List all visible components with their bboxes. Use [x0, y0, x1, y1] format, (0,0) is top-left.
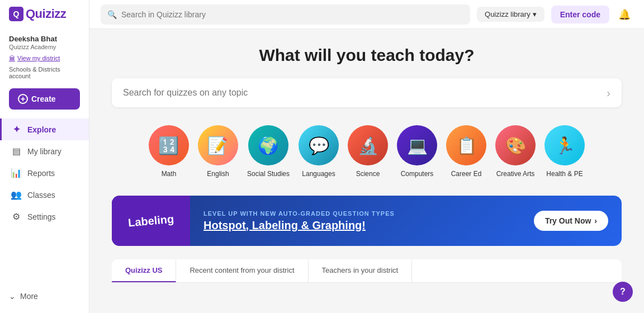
user-org: Quizizz Academy: [9, 44, 80, 50]
sidebar-item-explore[interactable]: ✦ Explore: [0, 118, 89, 140]
banner-cta-label: Try Out Now: [545, 216, 591, 225]
sidebar-item-label: Reports: [27, 169, 55, 178]
user-info: Deeksha Bhat Quizizz Academy: [0, 30, 89, 53]
classes-icon: 👥: [11, 189, 22, 200]
sidebar: Q Quizizz Deeksha Bhat Quizizz Academy 🏛…: [0, 0, 89, 313]
languages-label: Languages: [302, 170, 335, 178]
arrow-right-icon: ›: [594, 216, 597, 225]
banner-title: Hotspot, Labeling & Graphing!: [203, 219, 520, 232]
building-icon: 🏛: [9, 55, 15, 61]
sidebar-item-label: Settings: [27, 212, 56, 221]
library-dropdown[interactable]: Quizizz library ▾: [477, 7, 544, 22]
math-label: Math: [162, 170, 177, 178]
plus-icon: +: [18, 94, 28, 104]
user-name: Deeksha Bhat: [9, 35, 80, 43]
try-out-now-button[interactable]: Try Out Now ›: [534, 211, 608, 231]
career-ed-label: Career Ed: [451, 170, 482, 178]
tab-recent-content[interactable]: Recent content from your district: [176, 259, 308, 282]
health-pe-icon: 🏃: [544, 125, 585, 165]
category-health-pe[interactable]: 🏃 Health & PE: [544, 125, 585, 178]
promo-banner: Labeling LEVEL UP WITH NEW AUTO-GRADED Q…: [112, 196, 622, 246]
my-library-icon: ▤: [11, 146, 22, 156]
computers-icon: 💻: [397, 125, 437, 165]
career-ed-icon: 📋: [446, 125, 486, 165]
main-search-bar[interactable]: ›: [112, 78, 622, 107]
nav-items: ✦ Explore ▤ My library 📊 Reports 👥 Class…: [0, 118, 89, 227]
library-label: Quizizz library: [485, 10, 531, 18]
schools-label: Schools & Districts account: [0, 64, 89, 84]
explore-icon: ✦: [11, 124, 22, 135]
sidebar-item-reports[interactable]: 📊 Reports: [0, 162, 89, 184]
categories-grid: 🔢 Math 📝 English 🌍 Social Studies 💬 Lang…: [112, 125, 622, 178]
topbar: 🔍 Quizizz library ▾ Enter code 🔔: [89, 0, 644, 29]
enter-code-button[interactable]: Enter code: [551, 6, 609, 23]
bottom-tabs: Quizizz USRecent content from your distr…: [112, 259, 622, 283]
tab-quizizz-us[interactable]: Quizizz US: [112, 259, 176, 282]
logo-area: Q Quizizz: [0, 7, 89, 30]
search-icon: 🔍: [107, 10, 117, 19]
computers-label: Computers: [401, 170, 434, 178]
main-search-input[interactable]: [123, 88, 607, 98]
create-button[interactable]: + Create: [9, 88, 80, 110]
category-math[interactable]: 🔢 Math: [149, 125, 189, 178]
social-studies-label: Social Studies: [247, 170, 290, 178]
content-area: What will you teach today? › 🔢 Math 📝 En…: [89, 29, 644, 313]
sidebar-item-classes[interactable]: 👥 Classes: [0, 184, 89, 206]
tab-teachers-district[interactable]: Teachers in your district: [309, 259, 413, 282]
health-pe-label: Health & PE: [546, 170, 583, 178]
sidebar-item-my-library[interactable]: ▤ My library: [0, 140, 89, 162]
banner-content: LEVEL UP WITH NEW AUTO-GRADED QUESTION T…: [190, 201, 534, 241]
science-label: Science: [356, 170, 380, 178]
reports-icon: 📊: [11, 168, 22, 178]
science-icon: 🔬: [348, 125, 388, 165]
creative-arts-icon: 🎨: [495, 125, 536, 165]
languages-icon: 💬: [299, 125, 339, 165]
category-career-ed[interactable]: 📋 Career Ed: [446, 125, 486, 178]
view-district-link[interactable]: 🏛 View my district: [0, 53, 89, 64]
main-area: 🔍 Quizizz library ▾ Enter code 🔔 What wi…: [89, 0, 644, 313]
sidebar-item-settings[interactable]: ⚙ Settings: [0, 206, 89, 227]
sidebar-item-label: Explore: [27, 125, 56, 134]
banner-label: Labeling: [127, 212, 174, 229]
help-button[interactable]: ?: [613, 282, 633, 302]
chevron-down-icon: ⌄: [9, 292, 16, 301]
social-studies-icon: 🌍: [248, 125, 288, 165]
create-label: Create: [31, 94, 56, 103]
hero-title: What will you teach today?: [112, 46, 622, 65]
category-english[interactable]: 📝 English: [198, 125, 238, 178]
search-bar[interactable]: 🔍: [101, 4, 470, 25]
sidebar-item-label: My library: [27, 147, 61, 156]
chevron-down-icon: ▾: [533, 10, 537, 18]
bell-icon: 🔔: [618, 9, 631, 20]
english-label: English: [207, 170, 229, 178]
sidebar-item-label: Classes: [27, 191, 55, 200]
math-icon: 🔢: [149, 125, 189, 165]
category-social-studies[interactable]: 🌍 Social Studies: [247, 125, 290, 178]
creative-arts-label: Creative Arts: [496, 170, 535, 178]
english-icon: 📝: [198, 125, 238, 165]
more-label: More: [20, 292, 38, 301]
banner-label-box: Labeling: [112, 196, 190, 246]
logo-icon: Q: [9, 7, 23, 21]
view-district-label: View my district: [17, 55, 60, 61]
settings-icon: ⚙: [11, 211, 22, 222]
search-arrow-icon: ›: [607, 87, 610, 99]
logo-text: Quizizz: [26, 7, 66, 21]
search-input[interactable]: [121, 10, 463, 19]
category-creative-arts[interactable]: 🎨 Creative Arts: [495, 125, 536, 178]
category-science[interactable]: 🔬 Science: [348, 125, 388, 178]
logo: Q Quizizz: [9, 7, 80, 21]
banner-subtitle: LEVEL UP WITH NEW AUTO-GRADED QUESTION T…: [203, 210, 520, 217]
category-computers[interactable]: 💻 Computers: [397, 125, 437, 178]
category-languages[interactable]: 💬 Languages: [299, 125, 339, 178]
notifications-button[interactable]: 🔔: [616, 6, 633, 23]
more-nav-item[interactable]: ⌄ More: [0, 286, 89, 306]
